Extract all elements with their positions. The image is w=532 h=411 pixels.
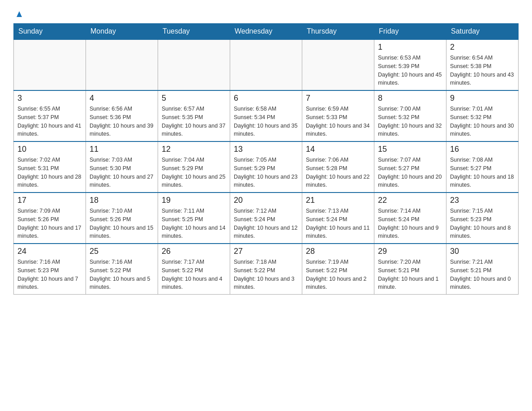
calendar-cell: 23Sunrise: 7:15 AMSunset: 5:23 PMDayligh…	[446, 193, 519, 244]
day-number: 10	[17, 145, 82, 154]
week-row-2: 3Sunrise: 6:55 AMSunset: 5:37 PMDaylight…	[14, 90, 519, 141]
calendar-cell: 14Sunrise: 7:06 AMSunset: 5:28 PMDayligh…	[302, 141, 374, 193]
day-info: Sunrise: 7:12 AMSunset: 5:24 PMDaylight:…	[234, 207, 298, 240]
day-info: Sunrise: 7:05 AMSunset: 5:29 PMDaylight:…	[234, 156, 298, 189]
calendar-header-sunday: Sunday	[14, 24, 86, 40]
week-row-4: 17Sunrise: 7:09 AMSunset: 5:26 PMDayligh…	[14, 193, 519, 244]
day-info: Sunrise: 7:08 AMSunset: 5:27 PMDaylight:…	[450, 156, 515, 189]
day-info: Sunrise: 7:19 AMSunset: 5:22 PMDaylight:…	[306, 258, 370, 291]
day-info: Sunrise: 6:55 AMSunset: 5:37 PMDaylight:…	[17, 105, 82, 138]
calendar-cell: 10Sunrise: 7:02 AMSunset: 5:31 PMDayligh…	[14, 141, 86, 193]
calendar-cell: 12Sunrise: 7:04 AMSunset: 5:29 PMDayligh…	[158, 141, 230, 193]
day-number: 6	[234, 94, 298, 103]
calendar-cell	[14, 39, 86, 90]
day-info: Sunrise: 7:04 AMSunset: 5:29 PMDaylight:…	[162, 156, 226, 189]
calendar-cell: 16Sunrise: 7:08 AMSunset: 5:27 PMDayligh…	[446, 141, 519, 193]
calendar-cell: 3Sunrise: 6:55 AMSunset: 5:37 PMDaylight…	[14, 90, 86, 141]
day-number: 13	[234, 145, 298, 154]
day-number: 8	[378, 94, 442, 103]
calendar-header-friday: Friday	[374, 24, 446, 40]
calendar-cell: 29Sunrise: 7:20 AMSunset: 5:21 PMDayligh…	[374, 244, 446, 295]
day-number: 19	[162, 196, 226, 205]
day-info: Sunrise: 6:54 AMSunset: 5:38 PMDaylight:…	[450, 54, 515, 87]
day-number: 20	[234, 196, 298, 205]
calendar-cell: 6Sunrise: 6:58 AMSunset: 5:34 PMDaylight…	[230, 90, 302, 141]
calendar-cell: 28Sunrise: 7:19 AMSunset: 5:22 PMDayligh…	[302, 244, 374, 295]
day-info: Sunrise: 7:00 AMSunset: 5:32 PMDaylight:…	[378, 105, 442, 138]
day-number: 29	[378, 247, 442, 256]
calendar-cell: 15Sunrise: 7:07 AMSunset: 5:27 PMDayligh…	[374, 141, 446, 193]
day-info: Sunrise: 7:13 AMSunset: 5:24 PMDaylight:…	[306, 207, 370, 240]
day-number: 7	[306, 94, 370, 103]
day-info: Sunrise: 7:17 AMSunset: 5:22 PMDaylight:…	[162, 258, 226, 291]
day-info: Sunrise: 7:10 AMSunset: 5:26 PMDaylight:…	[90, 207, 154, 240]
day-number: 5	[162, 94, 226, 103]
calendar-cell: 1Sunrise: 6:53 AMSunset: 5:39 PMDaylight…	[374, 39, 446, 90]
calendar-header-wednesday: Wednesday	[230, 24, 302, 40]
calendar-cell: 27Sunrise: 7:18 AMSunset: 5:22 PMDayligh…	[230, 244, 302, 295]
day-number: 17	[17, 196, 82, 205]
day-info: Sunrise: 7:21 AMSunset: 5:21 PMDaylight:…	[450, 258, 515, 291]
day-info: Sunrise: 6:57 AMSunset: 5:35 PMDaylight:…	[162, 105, 226, 138]
day-info: Sunrise: 7:06 AMSunset: 5:28 PMDaylight:…	[306, 156, 370, 189]
day-info: Sunrise: 7:18 AMSunset: 5:22 PMDaylight:…	[234, 258, 298, 291]
week-row-3: 10Sunrise: 7:02 AMSunset: 5:31 PMDayligh…	[14, 141, 519, 193]
calendar-cell: 7Sunrise: 6:59 AMSunset: 5:33 PMDaylight…	[302, 90, 374, 141]
day-number: 18	[90, 196, 154, 205]
day-number: 2	[450, 43, 515, 52]
calendar-cell	[230, 39, 302, 90]
calendar-cell: 2Sunrise: 6:54 AMSunset: 5:38 PMDaylight…	[446, 39, 519, 90]
calendar-header-row: SundayMondayTuesdayWednesdayThursdayFrid…	[14, 24, 519, 40]
day-info: Sunrise: 6:56 AMSunset: 5:36 PMDaylight:…	[90, 105, 154, 138]
calendar-cell: 17Sunrise: 7:09 AMSunset: 5:26 PMDayligh…	[14, 193, 86, 244]
week-row-5: 24Sunrise: 7:16 AMSunset: 5:23 PMDayligh…	[14, 244, 519, 295]
calendar-cell: 26Sunrise: 7:17 AMSunset: 5:22 PMDayligh…	[158, 244, 230, 295]
calendar-table: SundayMondayTuesdayWednesdayThursdayFrid…	[13, 23, 519, 295]
calendar-cell: 18Sunrise: 7:10 AMSunset: 5:26 PMDayligh…	[86, 193, 158, 244]
day-number: 14	[306, 145, 370, 154]
day-number: 3	[17, 94, 82, 103]
calendar-cell: 4Sunrise: 6:56 AMSunset: 5:36 PMDaylight…	[86, 90, 158, 141]
day-number: 1	[378, 43, 442, 52]
logo-triangle-icon	[14, 9, 24, 19]
day-number: 15	[378, 145, 442, 154]
calendar-cell: 21Sunrise: 7:13 AMSunset: 5:24 PMDayligh…	[302, 193, 374, 244]
day-number: 4	[90, 94, 154, 103]
calendar-cell: 30Sunrise: 7:21 AMSunset: 5:21 PMDayligh…	[446, 244, 519, 295]
day-number: 22	[378, 196, 442, 205]
calendar-cell: 8Sunrise: 7:00 AMSunset: 5:32 PMDaylight…	[374, 90, 446, 141]
day-info: Sunrise: 7:16 AMSunset: 5:22 PMDaylight:…	[90, 258, 154, 291]
calendar-cell: 5Sunrise: 6:57 AMSunset: 5:35 PMDaylight…	[158, 90, 230, 141]
day-number: 26	[162, 247, 226, 256]
calendar-cell	[302, 39, 374, 90]
calendar-header-thursday: Thursday	[302, 24, 374, 40]
day-number: 24	[17, 247, 82, 256]
calendar-cell: 24Sunrise: 7:16 AMSunset: 5:23 PMDayligh…	[14, 244, 86, 295]
calendar-cell: 11Sunrise: 7:03 AMSunset: 5:30 PMDayligh…	[86, 141, 158, 193]
calendar-header-monday: Monday	[86, 24, 158, 40]
day-info: Sunrise: 6:59 AMSunset: 5:33 PMDaylight:…	[306, 105, 370, 138]
calendar-cell: 25Sunrise: 7:16 AMSunset: 5:22 PMDayligh…	[86, 244, 158, 295]
calendar-cell	[158, 39, 230, 90]
svg-marker-0	[17, 11, 22, 17]
day-info: Sunrise: 7:01 AMSunset: 5:32 PMDaylight:…	[450, 105, 515, 138]
day-number: 16	[450, 145, 515, 154]
calendar-cell: 20Sunrise: 7:12 AMSunset: 5:24 PMDayligh…	[230, 193, 302, 244]
day-number: 23	[450, 196, 515, 205]
calendar-cell: 22Sunrise: 7:14 AMSunset: 5:24 PMDayligh…	[374, 193, 446, 244]
calendar-cell: 13Sunrise: 7:05 AMSunset: 5:29 PMDayligh…	[230, 141, 302, 193]
day-info: Sunrise: 7:20 AMSunset: 5:21 PMDaylight:…	[378, 258, 442, 291]
day-info: Sunrise: 7:07 AMSunset: 5:27 PMDaylight:…	[378, 156, 442, 189]
day-info: Sunrise: 7:03 AMSunset: 5:30 PMDaylight:…	[90, 156, 154, 189]
page-header	[13, 9, 519, 19]
day-info: Sunrise: 7:11 AMSunset: 5:25 PMDaylight:…	[162, 207, 226, 240]
day-info: Sunrise: 7:14 AMSunset: 5:24 PMDaylight:…	[378, 207, 442, 240]
day-number: 30	[450, 247, 515, 256]
day-number: 12	[162, 145, 226, 154]
week-row-1: 1Sunrise: 6:53 AMSunset: 5:39 PMDaylight…	[14, 39, 519, 90]
day-number: 27	[234, 247, 298, 256]
calendar-cell: 19Sunrise: 7:11 AMSunset: 5:25 PMDayligh…	[158, 193, 230, 244]
day-info: Sunrise: 7:02 AMSunset: 5:31 PMDaylight:…	[17, 156, 82, 189]
day-info: Sunrise: 7:15 AMSunset: 5:23 PMDaylight:…	[450, 207, 515, 240]
day-info: Sunrise: 7:16 AMSunset: 5:23 PMDaylight:…	[17, 258, 82, 291]
